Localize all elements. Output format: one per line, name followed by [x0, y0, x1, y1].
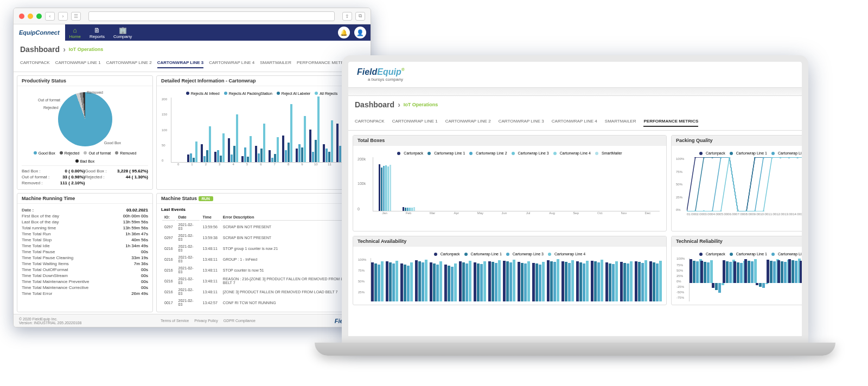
legend-item: Cartonwrap Line 3: [771, 151, 808, 155]
notifications-button[interactable]: 🔔: [338, 27, 350, 38]
tab-cartonwrap-line-3[interactable]: CARTONWRAP LINE 3: [157, 58, 204, 68]
legend-item: Rejects At PackingStation: [224, 92, 272, 95]
svg-point-60: [805, 157, 807, 158]
svg-point-1: [694, 157, 696, 158]
panel-title: Packing Quality: [672, 136, 808, 146]
footer-link[interactable]: Privacy Policy: [194, 319, 218, 323]
tab-cartonpack[interactable]: CARTONPACK: [20, 58, 50, 68]
svg-point-70: [694, 210, 696, 211]
status-badge: RUN: [199, 196, 213, 201]
address-bar[interactable]: [88, 11, 335, 21]
legend-item: Cartonwrap Line 4: [553, 151, 591, 155]
share-button[interactable]: ⇪: [342, 12, 352, 21]
laptop-mockup: FieldEquip® a bursys company Dashboard ›…: [315, 55, 835, 356]
machine-running-time-panel: Machine Running Time Date : 03.02.2021 F…: [17, 193, 153, 312]
panel-title: Productivity Status: [17, 76, 152, 86]
legend-item: Cartonpack: [699, 252, 725, 256]
tab-cartonwrap-line-4[interactable]: CARTONWRAP LINE 4: [552, 117, 597, 127]
tab-cartonpack[interactable]: CARTONPACK: [355, 117, 385, 127]
svg-point-14: [805, 157, 807, 158]
footer-link[interactable]: GDPR Compliance: [224, 319, 256, 323]
window-minimize-button[interactable]: [28, 14, 33, 19]
legend-item: Cartonpack: [699, 151, 725, 155]
back-button[interactable]: ‹: [45, 12, 55, 21]
running-time-row: Time Total DownStream00s: [22, 273, 148, 279]
packing-quality-legend: CartonpackCartonwrap Line 1Cartonwrap Li…: [676, 149, 808, 157]
svg-point-31: [754, 157, 756, 158]
svg-point-26: [711, 157, 713, 158]
pie-callout: Out of format: [38, 98, 60, 102]
breadcrumb-sub[interactable]: IoT Operations: [69, 47, 104, 52]
running-time-row: Time Total Maintenance Preventive00s: [22, 279, 148, 285]
svg-point-50: [720, 157, 722, 158]
footer-link[interactable]: Terms of Service: [161, 319, 189, 323]
nav-reports[interactable]: 🗎 Reports: [85, 27, 109, 39]
breadcrumb-sub[interactable]: IoT Operations: [404, 102, 438, 107]
legend-item: Removed: [115, 151, 136, 155]
footer-version: Version: INDUSTRIAL 205.20220108: [19, 321, 81, 325]
y-tick: 0: [358, 207, 360, 211]
window-maximize-button[interactable]: [36, 14, 42, 19]
chevron-right-icon: ›: [398, 100, 400, 109]
svg-point-83: [805, 157, 807, 158]
fieldequip-logo: FieldEquip® a bursys company: [348, 62, 802, 87]
running-time-row: Last Box of the day13h 59m 56s: [22, 219, 148, 225]
table-header: Time: [201, 214, 220, 221]
tab-cartonwrap-line-1[interactable]: CARTONWRAP LINE 1: [55, 58, 101, 68]
y-tick: 100k: [358, 182, 366, 185]
tab-cartonwrap-line-2[interactable]: CARTONWRAP LINE 2: [445, 117, 491, 127]
tab-cartonwrap-line-4[interactable]: CARTONWRAP LINE 4: [209, 58, 254, 68]
packing-quality-chart: 100%75%50%25%0% 01:0002:0003:0004:0005:0…: [676, 157, 808, 228]
running-time-row: Total running time13h 59m 56s: [22, 225, 148, 231]
tab-smartmailer[interactable]: SMARTMAILER: [605, 117, 636, 127]
running-time-row: First Box of the day00h 00m 00s: [22, 213, 148, 219]
nav-home[interactable]: ⌂ Home: [65, 27, 85, 39]
nav-company[interactable]: 🏢 Company: [109, 27, 136, 39]
legend-item: Cartonwrap Line 1: [427, 151, 465, 155]
chevron-right-icon: ›: [63, 45, 66, 54]
y-tick: 200k: [358, 157, 366, 161]
svg-point-78: [763, 210, 764, 211]
tab-cartonwrap-line-3[interactable]: CARTONWRAP LINE 3: [499, 117, 544, 127]
brand-equip: Equip: [377, 67, 401, 76]
bell-icon: 🔔: [340, 29, 348, 36]
legend-item: Cartonpack: [397, 151, 423, 155]
packing-quality-panel: Packing Quality CartonpackCartonwrap Lin…: [671, 135, 808, 231]
laptop-base: [315, 343, 835, 356]
tab-smartmailer[interactable]: SMARTMAILER: [260, 58, 291, 68]
table-header: Date: [176, 214, 200, 221]
tech-rel-chart: 100% 75% 50% 25% 0% -25% -50% -75%: [689, 258, 808, 301]
stat-row: Good Box :3,228 ( 95.62%): [85, 168, 149, 174]
running-time-row: Time Total Pause Cleaning33m 19s: [22, 255, 148, 261]
svg-point-81: [788, 157, 790, 158]
tabs-button[interactable]: ⧉: [355, 12, 365, 21]
sidebar-button[interactable]: ☰: [71, 12, 81, 21]
breadcrumb-main: Dashboard: [20, 45, 60, 54]
panel-title: Technical Reliability: [672, 236, 808, 247]
pie-callout: Rejected: [43, 106, 59, 110]
svg-point-25: [703, 157, 705, 158]
tab-cartonwrap-line-1[interactable]: CARTONWRAP LINE 1: [392, 117, 438, 127]
svg-point-55: [763, 157, 764, 158]
user-icon: 👤: [356, 29, 364, 36]
running-time-row: Time Total OutOfFormat00s: [22, 267, 148, 273]
legend-item: Rejected: [60, 151, 80, 155]
tab-performance-metrics[interactable]: PERFORMANCE METRICS: [643, 117, 698, 127]
svg-point-73: [720, 210, 722, 211]
stat-row: Removed :111 ( 2.10%): [22, 180, 85, 186]
forward-button[interactable]: ›: [58, 12, 68, 21]
legend-item: Cartonwrap Line 3: [512, 151, 549, 155]
home-icon: ⌂: [73, 27, 77, 34]
window-close-button[interactable]: [19, 14, 24, 19]
svg-point-76: [745, 210, 747, 211]
running-time-row: Time Total Waiting Items7m 36s: [22, 261, 148, 267]
svg-point-75: [737, 210, 738, 211]
total-boxes-chart: 200k 100k 0 JanFebMarAprMayJunJulAugSepO…: [358, 157, 662, 228]
legend-item: Reject At Labeler: [277, 92, 310, 95]
tab-cartonwrap-line-2[interactable]: CARTONWRAP LINE 2: [106, 58, 152, 68]
date-label: Date :: [22, 208, 34, 213]
app-logo: EquipConnect: [14, 24, 65, 41]
running-time-row: Time Total Run1h 36m 47s: [22, 231, 148, 237]
user-avatar[interactable]: 👤: [354, 27, 366, 38]
tech-avail-chart: 100% 75% 50% 25%: [371, 258, 662, 301]
